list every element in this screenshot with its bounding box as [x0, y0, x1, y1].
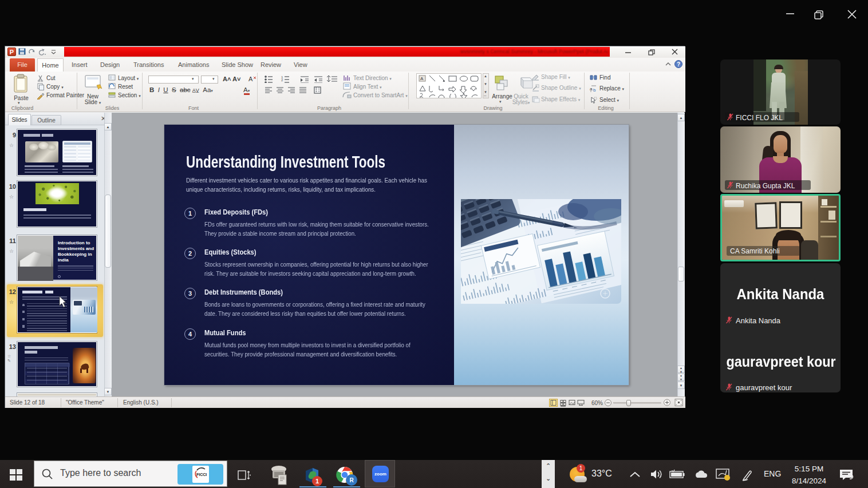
svg-text:1: 1	[315, 478, 319, 485]
svg-text:60%: 60%	[591, 400, 603, 406]
svg-text:2: 2	[281, 78, 283, 82]
svg-text:A: A	[248, 76, 253, 82]
svg-text:A: A	[420, 76, 424, 81]
svg-text:a: a	[590, 86, 593, 92]
svg-text:?: ?	[677, 61, 680, 68]
svg-text:b: b	[593, 88, 596, 92]
svg-text:R: R	[349, 477, 354, 483]
svg-text:FICCI: FICCI	[196, 473, 207, 477]
